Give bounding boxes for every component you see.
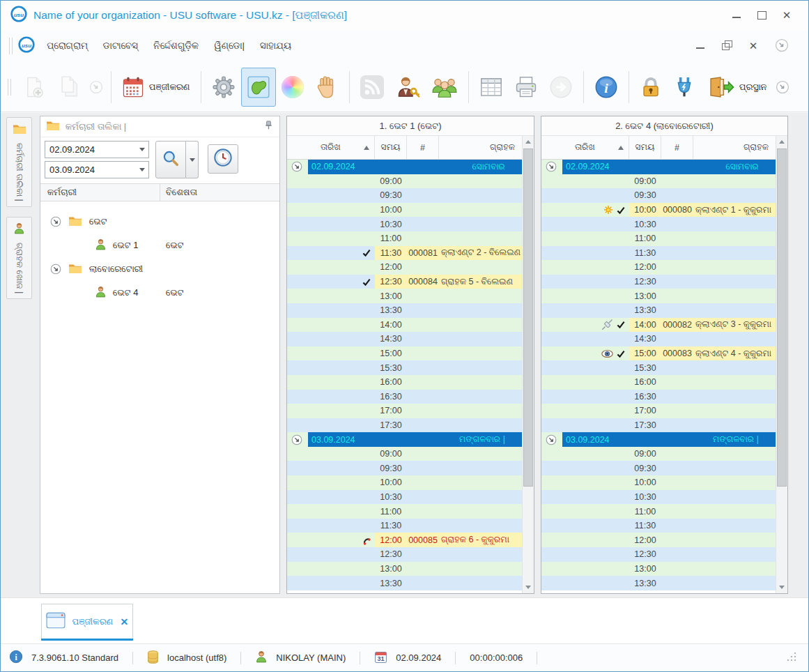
expander-icon[interactable] xyxy=(291,434,302,445)
toolbar-grip[interactable] xyxy=(8,79,11,96)
plug-button[interactable] xyxy=(668,68,701,107)
expander-icon[interactable] xyxy=(50,264,61,275)
schedule-slot-row[interactable]: 14:00 xyxy=(287,318,522,333)
scroll-down-button[interactable] xyxy=(776,581,787,593)
schedule-slot-row[interactable]: 17:00 xyxy=(541,404,776,418)
schedule-slot-row[interactable]: 15:30 xyxy=(541,360,776,375)
column-header-date[interactable]: ତାରିଖ xyxy=(541,136,629,159)
column-header-employee[interactable]: କର୍ମଚାରୀ xyxy=(40,184,160,201)
schedule-slot-row[interactable]: 09:30 xyxy=(287,461,522,475)
schedule-slot-row[interactable]: 10:30 xyxy=(541,490,776,505)
column-header-client[interactable]: ଗ୍ରାହକ xyxy=(439,136,522,159)
schedule-slot-row[interactable]: 11:00 xyxy=(287,231,522,246)
scroll-down-button[interactable] xyxy=(523,581,534,593)
menu-item[interactable]: ସାହାଯ୍ୟ xyxy=(254,37,298,55)
schedule-slot-row[interactable]: 17:30 xyxy=(541,418,776,433)
schedule-slot-row[interactable]: 13:00 xyxy=(541,289,776,303)
tree-folder-row[interactable]: ଲାବୋରେଟୋରୀ xyxy=(40,257,279,281)
minimize-button[interactable] xyxy=(732,11,741,20)
schedule-slot-row[interactable]: 14:30 xyxy=(287,332,522,346)
mdi-restore-button[interactable] xyxy=(722,42,732,50)
schedule-slot-row[interactable]: 09:00 xyxy=(541,447,776,461)
schedule-slot-row[interactable]: 10:00 xyxy=(541,475,776,490)
settings-gear-button[interactable] xyxy=(206,68,241,107)
add-document-button[interactable] xyxy=(17,68,52,107)
pin-icon[interactable] xyxy=(263,120,274,133)
schedule-slot-row[interactable]: 13:30 xyxy=(287,576,522,590)
tree-employee-row[interactable]: ଭେଟ 4 ଭେଟ xyxy=(40,281,279,305)
expander-icon[interactable] xyxy=(50,216,61,227)
schedule-slot-row[interactable]: 11:30 000081 କ୍ଲାଏଣ୍ଟ 2 - ବିଲେଇଣ xyxy=(287,246,522,261)
combo-dropdown-icon[interactable] xyxy=(136,142,148,158)
color-wheel-button[interactable] xyxy=(276,68,309,107)
lock-button[interactable] xyxy=(634,68,668,107)
schedule-slot-row[interactable]: 16:00 xyxy=(541,375,776,390)
side-tab-0[interactable]: କର୍ମଚାରୀ ତାଲିକା | xyxy=(6,117,32,207)
date-from-combobox[interactable]: 02.09.2024 xyxy=(45,141,149,158)
calendar-button[interactable]: ପଞ୍ଜୀକରଣ xyxy=(116,68,196,107)
overflow-chevron-button[interactable] xyxy=(86,77,106,98)
schedule-slot-row[interactable]: 09:00 xyxy=(541,174,776,189)
tree-employee-row[interactable]: ଭେଟ 1 ଭେଟ xyxy=(40,234,279,257)
menu-item[interactable]: ୱିଣ୍ଡୋ| xyxy=(208,37,251,55)
date-to-combobox[interactable]: 03.09.2024 xyxy=(45,161,149,178)
schedule-slot-row[interactable]: 09:00 xyxy=(287,174,522,189)
mdi-minimize-button[interactable] xyxy=(695,42,705,50)
schedule-slot-row[interactable]: 10:30 xyxy=(541,217,776,231)
schedule-slot-row[interactable]: 15:30 xyxy=(287,360,522,375)
schedule-slot-row[interactable]: 11:00 xyxy=(541,504,776,519)
schedule-slot-row[interactable]: 15:00 xyxy=(287,346,522,361)
schedule-slot-row[interactable]: 09:00 xyxy=(287,447,522,461)
schedule-slot-row[interactable]: 11:00 xyxy=(287,504,522,519)
column-header-time[interactable]: ସମୟ xyxy=(629,136,661,159)
schedule-slot-row[interactable]: 12:00 xyxy=(541,260,776,275)
combo-dropdown-icon[interactable] xyxy=(136,162,148,178)
map-button[interactable] xyxy=(241,68,276,107)
search-dropdown-button[interactable] xyxy=(186,141,199,178)
menu-item[interactable]: ଡାଟାବେସ୍ xyxy=(97,37,144,55)
tree-folder-row[interactable]: ଭେଟ xyxy=(40,210,279,234)
date-band-row[interactable]: 03.09.2024 ମଙ୍ଗଳବାର | xyxy=(541,432,776,447)
schedule-slot-row[interactable]: 15:00 000083 କ୍ଲାଏଣ୍ଟ 4 - କୁକୁରମା xyxy=(541,346,776,361)
schedule-slot-row[interactable]: 10:30 xyxy=(287,490,522,505)
schedule-slot-row[interactable]: 16:00 xyxy=(287,375,522,390)
schedule-slot-row[interactable]: 13:30 xyxy=(541,576,776,590)
expander-icon[interactable] xyxy=(546,434,557,445)
users-group-button[interactable] xyxy=(426,68,463,107)
schedule-slot-row[interactable]: 09:30 xyxy=(541,188,776,203)
schedule-slot-row[interactable]: 09:30 xyxy=(541,461,776,475)
schedule-slot-row[interactable]: 09:30 xyxy=(287,188,522,203)
schedule-slot-row[interactable]: 11:00 xyxy=(541,231,776,246)
column-header-specialty[interactable]: ବିଶେଷତା xyxy=(160,184,279,201)
clock-button[interactable] xyxy=(208,144,238,174)
schedule-slot-row[interactable]: 11:30 xyxy=(541,246,776,261)
copy-document-button[interactable] xyxy=(52,68,86,107)
schedule-slot-row[interactable]: 13:30 xyxy=(287,303,522,318)
schedule-slot-row[interactable]: 10:00 xyxy=(287,475,522,490)
schedule-slot-row[interactable]: 12:30 xyxy=(287,547,522,562)
schedule-slot-row[interactable]: 12:30 000084 ଗ୍ରାହକ 5 - ବିଲେଇଣ xyxy=(287,275,522,289)
date-band-row[interactable]: 02.09.2024 ସୋମବାର xyxy=(541,160,776,174)
schedule-slot-row[interactable]: 10:00 000080 କ୍ଲାଏଣ୍ଟ 1 - କୁକୁରମା xyxy=(541,203,776,217)
schedule-slot-row[interactable]: 12:00 xyxy=(541,533,776,547)
printer-button[interactable] xyxy=(509,68,544,107)
date-band-row[interactable]: 03.09.2024 ମଙ୍ଗଳବାର | xyxy=(287,432,522,447)
menu-item[interactable]: ନିର୍ଦ୍ଦେଶଗୁଡ଼ିକ xyxy=(147,37,205,55)
mdi-close-button[interactable]: ✕ xyxy=(748,42,758,50)
resize-grip-icon[interactable] xyxy=(786,651,800,664)
exit-door-button[interactable]: ପ୍ରସ୍ଥାନ xyxy=(701,68,773,107)
info-button[interactable]: i xyxy=(589,68,624,107)
close-button[interactable]: ✕ xyxy=(782,11,792,20)
schedule-slot-row[interactable]: 10:30 xyxy=(287,217,522,231)
schedule-slot-row[interactable]: 13:30 xyxy=(541,303,776,318)
schedule-slot-row[interactable]: 10:00 xyxy=(287,203,522,217)
column-header-number[interactable]: # xyxy=(407,136,439,159)
overflow-chevron-button[interactable] xyxy=(773,77,792,98)
schedule-slot-row[interactable]: 12:30 xyxy=(541,547,776,562)
schedule-slot-row[interactable]: 11:30 xyxy=(541,519,776,533)
schedule-slot-row[interactable]: 16:30 xyxy=(541,390,776,404)
schedule-slot-row[interactable]: 13:00 xyxy=(287,562,522,576)
rss-button[interactable] xyxy=(355,68,390,107)
table-button[interactable] xyxy=(474,68,509,107)
scrollbar-thumb[interactable] xyxy=(777,148,787,487)
